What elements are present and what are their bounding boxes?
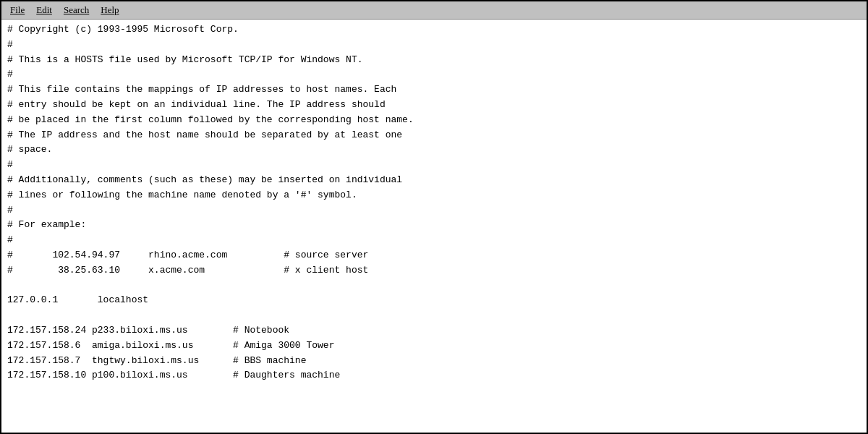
menubar: FileEditSearchHelp [1, 1, 867, 20]
menu-item-help[interactable]: Help [95, 3, 124, 17]
file-content: # Copyright (c) 1993-1995 Microsoft Corp… [7, 22, 861, 383]
text-editor[interactable]: # Copyright (c) 1993-1995 Microsoft Corp… [1, 20, 867, 433]
main-window: FileEditSearchHelp # Copyright (c) 1993-… [0, 0, 868, 434]
menu-item-edit[interactable]: Edit [30, 3, 58, 17]
menu-item-search[interactable]: Search [58, 3, 95, 17]
menu-item-file[interactable]: File [4, 3, 30, 17]
